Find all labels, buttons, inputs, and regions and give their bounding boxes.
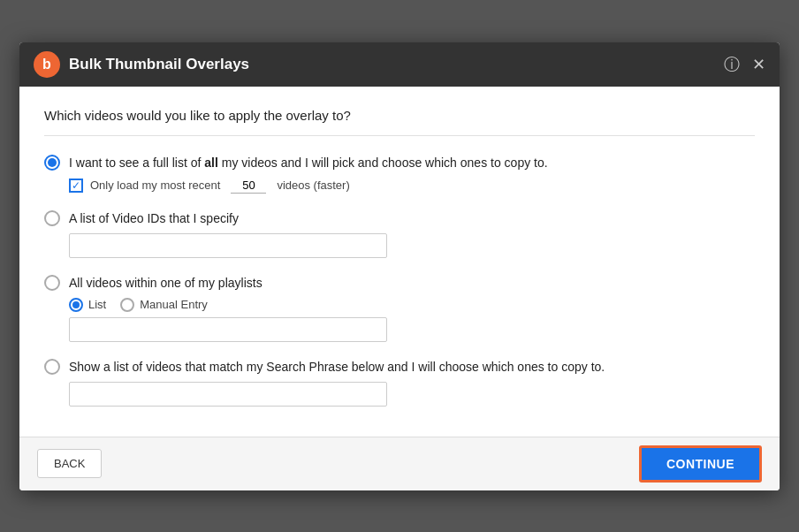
sub-radio-manual: Manual Entry <box>120 298 208 312</box>
option-2-label: A list of Video IDs that I specify <box>69 209 239 228</box>
option-group-4: Show a list of videos that match my Sear… <box>44 358 755 407</box>
recent-videos-checkbox[interactable] <box>69 179 83 193</box>
option-row-3: All videos within one of my playlists <box>44 274 755 293</box>
radio-option-2[interactable] <box>44 210 60 226</box>
close-icon[interactable]: ✕ <box>752 57 765 72</box>
continue-button[interactable]: CONTINUE <box>639 445 762 483</box>
option-row-2: A list of Video IDs that I specify <box>44 209 755 228</box>
search-phrase-input[interactable] <box>69 382 387 407</box>
header-icons: ⓘ ✕ <box>724 57 765 72</box>
option-1-label: I want to see a full list of all my vide… <box>69 154 548 172</box>
option-4-label: Show a list of videos that match my Sear… <box>69 358 605 376</box>
option-group-1: I want to see a full list of all my vide… <box>44 154 755 194</box>
help-icon[interactable]: ⓘ <box>724 57 740 72</box>
radio-list[interactable] <box>69 298 83 312</box>
app-logo: b <box>34 51 60 78</box>
back-button[interactable]: BACK <box>37 449 102 478</box>
sub-radio-list: List <box>69 298 106 312</box>
radio-option-4[interactable] <box>44 359 60 375</box>
option-row-4: Show a list of videos that match my Sear… <box>44 358 755 376</box>
modal-title: Bulk Thumbnail Overlays <box>69 56 724 73</box>
option-3-label: All videos within one of my playlists <box>69 274 263 293</box>
radio-option-1[interactable] <box>44 155 60 171</box>
modal-body: Which videos would you like to apply the… <box>19 87 780 437</box>
option-group-3: All videos within one of my playlists Li… <box>44 274 755 342</box>
modal-header: b Bulk Thumbnail Overlays ⓘ ✕ <box>19 42 780 87</box>
radio-option-3[interactable] <box>44 275 60 291</box>
playlist-input[interactable] <box>69 317 387 342</box>
playlist-sub-radios: List Manual Entry <box>69 298 755 312</box>
radio-list-label: List <box>88 298 106 311</box>
option-row-1: I want to see a full list of all my vide… <box>44 154 755 172</box>
video-ids-input[interactable] <box>69 233 387 258</box>
option-group-2: A list of Video IDs that I specify <box>44 209 755 258</box>
recent-count-input[interactable] <box>231 178 266 194</box>
radio-manual-entry[interactable] <box>120 298 134 312</box>
recent-label-after: videos (faster) <box>277 179 349 192</box>
radio-manual-entry-label: Manual Entry <box>140 298 208 311</box>
question-text: Which videos would you like to apply the… <box>44 108 755 136</box>
modal: b Bulk Thumbnail Overlays ⓘ ✕ Which vide… <box>19 42 780 490</box>
modal-footer: BACK CONTINUE <box>19 437 780 490</box>
sub-option-1: Only load my most recent videos (faster) <box>69 178 755 194</box>
recent-label-before: Only load my most recent <box>90 179 220 192</box>
